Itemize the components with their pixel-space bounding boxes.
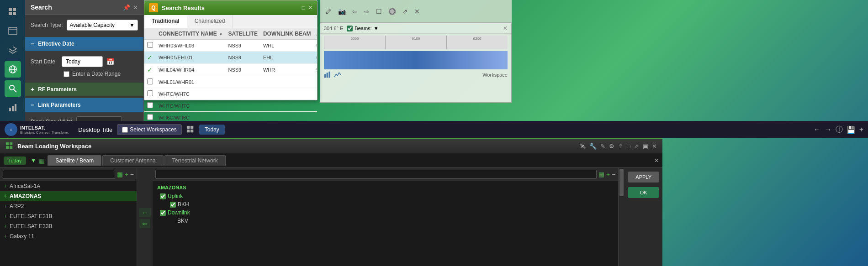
beam-right-search-input[interactable] [155,170,597,179]
bkh-checkbox[interactable] [170,202,176,208]
beam-pencil-icon[interactable]: ✎ [600,143,605,150]
table-row[interactable]: ✓ WHR01/EHL01 NSS9 EHL 67.9 [144,52,317,64]
beam-tab-terrestrial[interactable]: Terrestrial Network [164,155,226,166]
beam-right-remove-icon[interactable]: − [612,171,615,178]
enter-date-range-checkbox[interactable] [64,71,69,77]
row-check-cell[interactable] [144,40,156,52]
toolbar-icon-1[interactable]: 🖉 [323,6,333,17]
section-link-parameters[interactable]: − Link Parameters [25,98,143,112]
beam-left-add-icon[interactable]: + [125,171,128,178]
beam-filter-icon[interactable]: ▼ [31,157,36,164]
results-close-icon[interactable]: ✕ [308,5,312,11]
beam-left-search-input[interactable] [3,170,115,179]
beam-tools-icon[interactable]: 🔧 [589,143,597,150]
sidebar-icon-layers[interactable] [5,42,21,58]
row-checkbox[interactable] [147,114,153,120]
beam-filter2-icon[interactable]: ▦ [39,157,45,164]
toolbar-icon-7[interactable]: ⇗ [401,6,410,17]
row-check-cell[interactable] [144,76,156,88]
forward-icon[interactable]: → [825,125,832,134]
sidebar-icon-chart[interactable] [5,99,21,116]
row-checkbox[interactable] [147,42,153,48]
beams-dropdown-icon[interactable]: ▼ [374,26,379,31]
beam-left-remove-icon[interactable]: − [130,171,134,178]
row-checkbox[interactable] [147,90,153,96]
col-satellite[interactable]: SATELLITE [226,28,260,40]
row-check-cell[interactable]: ✓ [144,64,156,76]
beam-right-add-icon[interactable]: + [606,171,610,178]
add-icon[interactable]: + [859,125,863,134]
sidebar-icon-search[interactable] [5,80,21,97]
toolbar-icon-5[interactable]: ☐ [374,6,384,17]
search-panel-close-icon[interactable]: ✕ [133,4,138,11]
beam-list-item[interactable]: +AMAZONAS [0,191,137,201]
plus-icon: + [4,183,7,189]
toolbar-icon-2[interactable]: 📷 [336,6,348,17]
start-date-input[interactable] [62,56,103,67]
search-panel-pin-icon[interactable]: 📌 [123,4,130,11]
beam-share-icon[interactable]: ⇧ [618,143,623,150]
beam-left-filter-icon[interactable]: ▦ [117,171,123,178]
ok-button[interactable]: OK [628,187,659,198]
results-expand-icon[interactable]: □ [302,5,305,11]
beams-close-icon[interactable]: ✕ [503,25,508,31]
beam-right-filter-icon[interactable]: ▦ [598,171,604,178]
apply-button[interactable]: APPLY [628,172,659,183]
search-type-select[interactable]: Available Capacity ▼ [67,20,138,31]
beam-today-badge[interactable]: Today [4,156,26,165]
uplink-checkbox[interactable] [160,193,166,199]
beam-tab-satellite[interactable]: Satellite / Beam [48,155,101,166]
sidebar-icon-window[interactable] [5,23,21,39]
col-downlink[interactable]: DOWNLINK BEAM [260,28,314,40]
row-check-cell[interactable] [144,100,156,112]
beam-copy-icon[interactable]: ▣ [643,143,648,150]
section-effective-date[interactable]: − Effective Date [25,37,143,51]
beam-expand2-icon[interactable]: ⇗ [634,143,639,150]
beam-list-item[interactable]: +EUTELSAT E33B [0,221,137,231]
today-badge[interactable]: Today [199,125,225,135]
results-header-icons: □ ✕ [302,5,312,11]
sidebar-icon-grid[interactable] [5,4,21,20]
row-check-cell[interactable]: ✓ [144,52,156,64]
tab-traditional[interactable]: Traditional [144,15,187,28]
toolbar-icon-6[interactable]: 🔘 [386,6,398,17]
table-row[interactable]: ✓ WHL04/WHR04 NSS9 WHR 50.7 [144,64,317,76]
downlink-checkbox[interactable] [160,210,166,216]
beam-list-item[interactable]: +ARP2 [0,201,137,211]
toolbar-icon-3[interactable]: ⇦ [350,6,360,17]
row-checkbox[interactable] [147,102,153,108]
beam-arrow-left2[interactable]: ⇐ [139,219,150,228]
beam-tab-close-icon[interactable]: ✕ [654,157,659,164]
table-row[interactable]: WH7C/WH7C [144,88,317,100]
toolbar-icon-4[interactable]: ⇨ [362,6,371,17]
beam-expand1-icon[interactable]: □ [627,143,630,150]
table-row[interactable]: WHR03/WHL03 NSS9 WHL 58 [144,40,317,52]
section-rf-parameters[interactable]: + RF Parameters [25,83,143,96]
col-bandwidth[interactable]: AVAILABLE BANDWIDTH [314,28,317,40]
beam-list-item[interactable]: +Galaxy 11 [0,231,137,241]
col-connectivity[interactable]: CONNECTIVITY NAME ▼ [156,28,226,40]
svg-rect-13 [15,104,16,111]
back-icon[interactable]: ← [814,125,821,134]
calendar-icon[interactable]: 📅 [106,58,114,65]
row-checkbox[interactable] [147,78,153,84]
beams-checkbox[interactable] [347,26,353,31]
beam-close-icon[interactable]: ✕ [652,143,657,150]
beam-list-item[interactable]: +EUTELSAT E21B [0,211,137,221]
table-row[interactable]: WHL01/WHR01 [144,76,317,88]
beam-tab-customer[interactable]: Customer Antenna [102,155,163,166]
table-row[interactable]: WH7C/WH7C [144,100,317,112]
beam-list-item[interactable]: +AfricaSat-1A [0,181,137,191]
info-icon[interactable]: ⓘ [836,125,843,135]
select-workspaces-btn[interactable]: Select Workspaces [117,124,182,135]
tab-channelized[interactable]: Channelized [187,15,233,28]
beam-settings-icon[interactable]: ⚙ [609,143,614,150]
save-icon[interactable]: 💾 [847,125,856,134]
workspace-checkbox[interactable] [122,127,128,133]
sidebar-icon-globe[interactable] [5,61,21,78]
beam-arrow-left[interactable]: ← [139,208,151,217]
svg-rect-22 [187,126,190,129]
toolbar-icon-8[interactable]: ✕ [413,6,422,17]
beam-scrollbar[interactable] [618,168,625,266]
row-check-cell[interactable] [144,88,156,100]
